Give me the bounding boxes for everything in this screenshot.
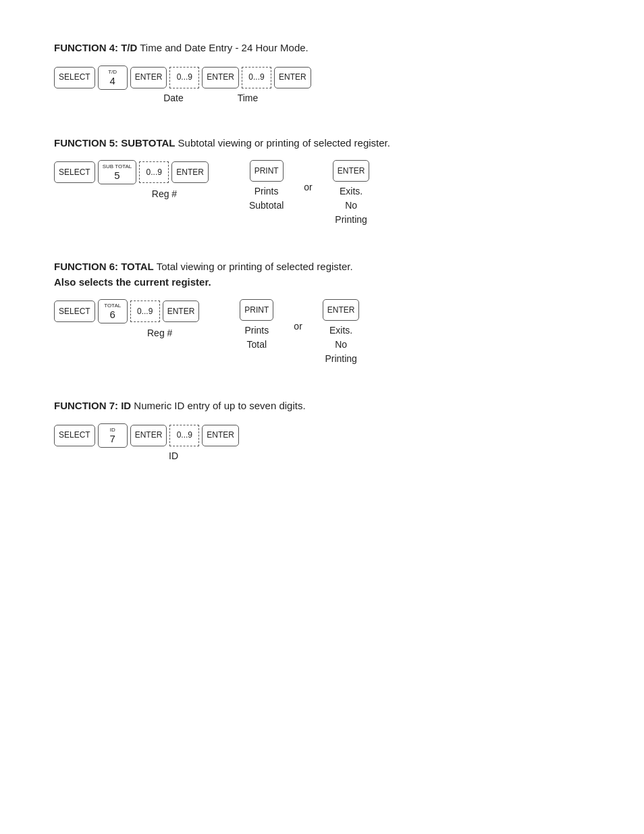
- fn5-key-enter[interactable]: ENTER: [171, 161, 209, 183]
- fn6-key-enter[interactable]: ENTER: [163, 301, 200, 322]
- fn4-key-time[interactable]: 0...9: [242, 67, 271, 88]
- fn7-key-enter1[interactable]: ENTER: [130, 425, 167, 446]
- fn5-print-col: PRINT Prints Subtotal: [249, 160, 284, 213]
- fn7-key-row: SELECT ID 7 ENTER 0...9 ENTER: [54, 423, 590, 448]
- fn5-key-print[interactable]: PRINT: [250, 160, 284, 182]
- fn6-title2-bold: Also selects the current register.: [54, 276, 211, 288]
- fn5-right: PRINT Prints Subtotal or ENTER Exits. No…: [249, 160, 370, 227]
- fn5-print-label: Prints Subtotal: [249, 184, 284, 213]
- fn5-key-select[interactable]: SELECT: [54, 161, 95, 183]
- fn5-key-reg[interactable]: 0...9: [139, 161, 169, 183]
- fn7-label-id: ID: [157, 450, 190, 461]
- fn6-key-row: SELECT TOTAL 6 0...9 ENTER: [54, 299, 199, 323]
- section-fn7: FUNCTION 7: ID Numeric ID entry of up to…: [54, 398, 590, 461]
- fn5-title: FUNCTION 5: SUBTOTAL Subtotal viewing or…: [54, 136, 590, 151]
- fn5-left: SELECT SUB TOTAL 5 0...9 ENTER Reg #: [54, 160, 209, 199]
- fn4-label-time: Time: [231, 93, 265, 103]
- fn4-key-enter3[interactable]: ENTER: [274, 67, 311, 88]
- fn7-key-select[interactable]: SELECT: [54, 425, 95, 446]
- fn5-label-reg: Reg #: [120, 188, 209, 199]
- fn6-print-label: Prints Total: [244, 323, 269, 352]
- fn6-right: PRINT Prints Total or ENTER Exits. No Pr…: [240, 299, 359, 366]
- fn7-labels-row: ID: [54, 450, 590, 461]
- fn5-key-row: SELECT SUB TOTAL 5 0...9 ENTER: [54, 160, 209, 184]
- section-fn6: FUNCTION 6: TOTAL Total viewing or print…: [54, 259, 590, 366]
- fn7-title-bold: FUNCTION 7: ID: [54, 400, 131, 411]
- fn7-key-id7[interactable]: ID 7: [98, 423, 128, 448]
- fn6-print-col: PRINT Prints Total: [240, 299, 273, 352]
- fn6-key-print[interactable]: PRINT: [240, 299, 273, 321]
- fn5-subtotal-top: SUB TOTAL: [103, 163, 132, 170]
- fn4-title-bold: FUNCTION 4: T/D: [54, 42, 137, 53]
- fn4-key-enter2[interactable]: ENTER: [202, 67, 239, 88]
- fn4-label-date: Date: [157, 93, 190, 103]
- fn5-title-normal: Subtotal viewing or printing of selected…: [175, 137, 390, 149]
- fn4-key-select[interactable]: SELECT: [54, 67, 95, 88]
- section-fn4: FUNCTION 4: T/D Time and Date Entry - 24…: [54, 41, 590, 103]
- fn6-label-reg: Reg #: [120, 328, 199, 338]
- fn7-id-top: ID: [110, 427, 115, 433]
- fn4-title: FUNCTION 4: T/D Time and Date Entry - 24…: [54, 41, 590, 56]
- fn5-enter-label: Exits. No Printing: [335, 184, 367, 227]
- fn6-left: SELECT TOTAL 6 0...9 ENTER Reg #: [54, 299, 199, 338]
- fn6-or: or: [294, 321, 302, 332]
- fn5-enter-col: ENTER Exits. No Printing: [333, 160, 370, 227]
- fn6-key-total6[interactable]: TOTAL 6: [98, 299, 128, 323]
- fn4-key-date[interactable]: 0...9: [169, 67, 199, 88]
- fn4-key-row: SELECT T/D 4 ENTER 0...9 ENTER 0...9 ENT…: [54, 66, 590, 90]
- fn4-key-td4[interactable]: T/D 4: [98, 66, 128, 90]
- fn6-key-enter2[interactable]: ENTER: [323, 299, 360, 321]
- fn5-or: or: [304, 182, 312, 192]
- fn5-subtotal-bottom: 5: [114, 170, 119, 181]
- fn4-td-top: T/D: [108, 69, 117, 75]
- fn6-enter-col: ENTER Exits. No Printing: [323, 299, 360, 366]
- fn6-title-normal: Total viewing or printing of selected re…: [154, 261, 353, 272]
- fn6-key-select[interactable]: SELECT: [54, 301, 95, 322]
- fn7-title: FUNCTION 7: ID Numeric ID entry of up to…: [54, 398, 590, 414]
- fn7-id-bottom: 7: [110, 433, 115, 444]
- fn5-title-bold: FUNCTION 5: SUBTOTAL: [54, 137, 175, 149]
- fn4-td-bottom: 4: [110, 75, 115, 86]
- fn6-total-top: TOTAL: [104, 303, 121, 309]
- fn5-key-enter2[interactable]: ENTER: [333, 160, 370, 182]
- section-fn5: FUNCTION 5: SUBTOTAL Subtotal viewing or…: [54, 136, 590, 228]
- fn4-labels-row: Date Time: [54, 93, 590, 103]
- fn7-key-digits[interactable]: 0...9: [169, 425, 199, 446]
- fn6-total-bottom: 6: [110, 309, 115, 320]
- fn5-key-subtotal5[interactable]: SUB TOTAL 5: [98, 160, 137, 184]
- fn6-enter-label: Exits. No Printing: [325, 323, 356, 366]
- fn4-title-normal: Time and Date Entry - 24 Hour Mode.: [137, 42, 308, 53]
- fn4-key-enter1[interactable]: ENTER: [130, 67, 167, 88]
- fn7-title-normal: Numeric ID entry of up to seven digits.: [131, 400, 305, 411]
- fn6-title: FUNCTION 6: TOTAL Total viewing or print…: [54, 259, 590, 290]
- fn7-key-enter2[interactable]: ENTER: [202, 425, 239, 446]
- fn6-content: SELECT TOTAL 6 0...9 ENTER Reg # PRINT P…: [54, 299, 590, 366]
- fn6-title-bold: FUNCTION 6: TOTAL: [54, 261, 154, 272]
- fn6-key-reg[interactable]: 0...9: [130, 301, 160, 322]
- fn5-content: SELECT SUB TOTAL 5 0...9 ENTER Reg # PRI…: [54, 160, 590, 227]
